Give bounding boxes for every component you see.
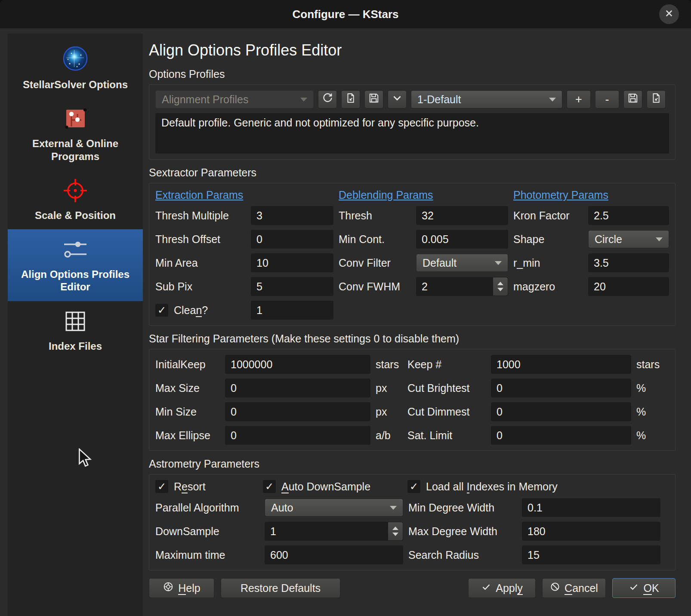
page-title: Align Options Profiles Editor: [149, 41, 676, 59]
align-options-panel: Align Options Profiles Editor Options Pr…: [143, 34, 691, 616]
magzero-field[interactable]: 20: [588, 277, 669, 296]
cut-dimmest-field[interactable]: 0: [491, 402, 631, 421]
thresh-offset-label: Thresh Offset: [155, 233, 246, 246]
min-size-label: Min Size: [155, 406, 220, 418]
conv-fwhm-spinbox[interactable]: 2: [416, 277, 508, 296]
profile-description[interactable]: Default profile. Generic and not optimiz…: [155, 113, 669, 154]
max-size-field[interactable]: 0: [225, 379, 370, 397]
profile-combobox[interactable]: 1-Default: [411, 90, 562, 108]
add-profile-button[interactable]: +: [567, 90, 591, 108]
min-cont-field[interactable]: 0.005: [416, 230, 508, 249]
min-area-field[interactable]: 10: [251, 253, 333, 272]
search-radius-field[interactable]: 15: [522, 545, 660, 564]
sub-pix-field[interactable]: 5: [251, 277, 333, 296]
max-degree-width-field[interactable]: 180: [522, 522, 660, 541]
maximum-time-field[interactable]: 600: [265, 545, 403, 564]
spin-buttons[interactable]: [388, 522, 403, 540]
conv-fwhm-label: Conv FWHM: [339, 280, 411, 293]
sidebar-item-external-online-programs[interactable]: External & Online Programs: [8, 99, 143, 170]
chevron-down-icon: [300, 98, 307, 102]
shape-combobox[interactable]: Circle: [588, 230, 669, 248]
kron-factor-field[interactable]: 2.5: [588, 206, 669, 225]
thresh-multiple-label: Thresh Multiple: [155, 209, 246, 222]
dialog-button-box: Help Restore Defaults Apply Cancel: [149, 578, 676, 598]
cut-dimmest-label: Cut Dimmest: [407, 406, 486, 418]
spin-buttons[interactable]: [493, 277, 508, 296]
initialkeep-unit: stars: [376, 358, 402, 371]
load-indexes-checkbox-row[interactable]: ✓ Load all Indexes in Memory: [407, 480, 558, 493]
crosshair-icon: [62, 177, 89, 206]
parallel-algorithm-label: Parallel Algorithm: [155, 502, 259, 514]
clean-field[interactable]: 1: [251, 301, 333, 320]
clean-checkbox[interactable]: ✓: [155, 304, 168, 317]
remove-profile-button[interactable]: -: [595, 90, 619, 108]
resort-label: Resort: [174, 480, 206, 493]
close-button[interactable]: [659, 4, 679, 24]
check-icon: [481, 582, 491, 594]
auto-downsample-checkbox-row[interactable]: ✓ Auto DownSample: [263, 480, 407, 493]
auto-downsample-checkbox[interactable]: ✓: [263, 480, 276, 493]
shape-value: Circle: [595, 233, 622, 246]
restore-defaults-button[interactable]: Restore Defaults: [221, 578, 340, 598]
ok-label: OK: [643, 582, 659, 594]
load-indexes-checkbox[interactable]: ✓: [407, 480, 420, 493]
thresh-multiple-field[interactable]: 3: [251, 206, 333, 225]
sextractor-parameters-group: Extraction Params Deblending Params Phot…: [149, 183, 676, 326]
help-button[interactable]: Help: [149, 578, 214, 598]
help-label: Help: [178, 582, 200, 594]
export-profile-button[interactable]: [647, 90, 666, 108]
min-size-field[interactable]: 0: [225, 402, 370, 421]
cancel-label: Cancel: [565, 582, 598, 594]
deblending-params-link[interactable]: Deblending Params: [339, 189, 508, 201]
magzero-label: magzero: [513, 280, 583, 293]
window-title: Configure — KStars: [292, 8, 398, 21]
profile-group-combobox[interactable]: Alignment Profiles: [155, 90, 314, 108]
load-profiles-file-button[interactable]: [341, 90, 360, 108]
thresh-offset-field[interactable]: 0: [251, 230, 333, 249]
profile-group-value: Alignment Profiles: [162, 93, 248, 106]
downsample-label: DownSample: [155, 525, 259, 538]
plus-icon: +: [575, 93, 582, 106]
downsample-spinbox[interactable]: 1: [265, 522, 403, 541]
sidebar-item-label: Index Files: [49, 340, 102, 352]
sat-limit-label: Sat. Limit: [407, 429, 486, 442]
cut-brightest-field[interactable]: 0: [491, 379, 631, 397]
apply-button[interactable]: Apply: [468, 578, 536, 598]
clean-checkbox-row[interactable]: ✓ Clean?: [155, 304, 246, 317]
kron-factor-label: Kron Factor: [513, 209, 583, 222]
keep-field[interactable]: 1000: [491, 355, 631, 374]
configure-dialog: Configure — KStars: [0, 0, 691, 616]
conv-filter-combobox[interactable]: Default: [416, 254, 508, 272]
sidebar-item-index-files[interactable]: Index Files: [8, 301, 143, 360]
grid-icon: [63, 309, 87, 335]
sidebar-item-stellarsolver-options[interactable]: StellarSolver Options: [8, 40, 143, 99]
maximum-time-label: Maximum time: [155, 549, 259, 561]
save-profile-button[interactable]: [623, 90, 642, 108]
resort-checkbox-row[interactable]: ✓ Resort: [155, 480, 263, 493]
initialkeep-field[interactable]: 1000000: [225, 355, 370, 374]
thresh-field[interactable]: 32: [416, 206, 508, 225]
save-profiles-file-button[interactable]: [364, 90, 383, 108]
sidebar-item-scale-position[interactable]: Scale & Position: [8, 170, 143, 229]
sidebar-item-align-options-profiles-editor[interactable]: Align Options Profiles Editor: [8, 229, 143, 301]
resort-checkbox[interactable]: ✓: [155, 480, 168, 493]
parallel-algorithm-combobox[interactable]: Auto: [265, 499, 403, 517]
max-ellipse-field[interactable]: 0: [225, 426, 370, 445]
check-icon: ✓: [265, 480, 274, 493]
save-icon: [368, 92, 379, 107]
sat-limit-field[interactable]: 0: [491, 426, 631, 445]
rmin-field[interactable]: 3.5: [588, 253, 669, 272]
min-degree-width-field[interactable]: 0.1: [522, 498, 660, 517]
min-degree-width-label: Min Degree Width: [408, 502, 517, 514]
ok-button[interactable]: OK: [612, 578, 676, 598]
sidebar-item-label: External & Online Programs: [12, 137, 139, 163]
profiles-menu-button[interactable]: [388, 90, 407, 108]
spin-up-icon: [392, 527, 398, 530]
photometry-params-link[interactable]: Photometry Params: [513, 189, 669, 201]
star-filtering-group: InitialKeep 1000000 stars Keep # 1000 st…: [149, 349, 676, 451]
reload-profiles-button[interactable]: [318, 90, 337, 108]
sidebar-item-label: Scale & Position: [35, 209, 116, 222]
extraction-params-link[interactable]: Extraction Params: [155, 189, 333, 201]
restore-defaults-label: Restore Defaults: [241, 582, 321, 594]
cancel-button[interactable]: Cancel: [542, 578, 606, 598]
